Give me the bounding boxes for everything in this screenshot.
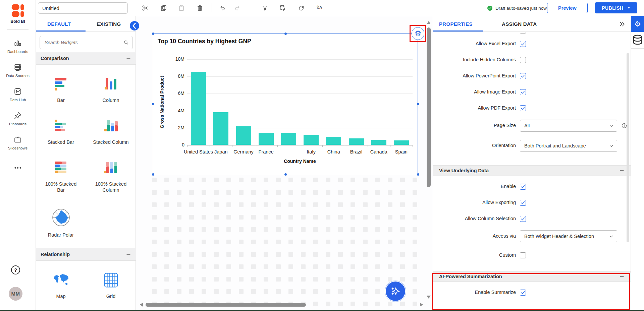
chart-bar[interactable]: [394, 140, 409, 145]
grid-dot: [276, 215, 281, 220]
canvas-vertical-scrollbar[interactable]: [427, 27, 431, 187]
widget-item-100-stacked-bar[interactable]: 100% Stacked Bar: [41, 160, 82, 193]
selection-handle[interactable]: [152, 173, 154, 176]
cut-icon[interactable]: [139, 2, 151, 14]
filter-icon[interactable]: [259, 2, 271, 14]
minus-icon[interactable]: [126, 252, 131, 257]
sidebar-item-slideshows[interactable]: Slideshows: [8, 135, 28, 150]
checkbox-allow-column-selection[interactable]: [520, 216, 526, 222]
chart-bar[interactable]: [281, 133, 296, 145]
tab-default[interactable]: DEFAULT: [47, 16, 71, 32]
panel-collapse-button[interactable]: [130, 21, 139, 30]
ai-assistant-button[interactable]: [386, 282, 405, 301]
sidebar-item-dashboards[interactable]: Dashboards: [7, 39, 28, 54]
minus-icon[interactable]: [619, 168, 625, 173]
checkbox-custom[interactable]: [520, 252, 526, 258]
publish-button[interactable]: PUBLISH: [595, 2, 637, 13]
translate-icon[interactable]: ẋA: [314, 2, 326, 14]
chart-bar[interactable]: [236, 126, 251, 145]
clear-filter-icon[interactable]: [277, 2, 289, 14]
scroll-up-arrow[interactable]: [427, 21, 431, 24]
chart-bar[interactable]: [326, 137, 341, 145]
chart-bar[interactable]: [259, 133, 274, 145]
search-input[interactable]: [44, 40, 123, 46]
checkbox-allow-excel-export[interactable]: [520, 41, 526, 47]
design-canvas[interactable]: Top 10 Countries by Highest GNP Gross Na…: [136, 16, 433, 311]
chevron-down-icon: [609, 234, 613, 239]
selection-handle[interactable]: [152, 33, 154, 35]
checkbox-enable[interactable]: [520, 184, 526, 190]
checkbox-allow-pdf-export[interactable]: [520, 105, 526, 111]
chart-bar[interactable]: [191, 72, 206, 145]
widget-item-bar[interactable]: Bar: [41, 76, 82, 103]
tab-properties[interactable]: PROPERTIES: [439, 16, 473, 32]
double-chevron-right-icon[interactable]: [619, 20, 626, 28]
strip-database-icon[interactable]: [631, 32, 644, 49]
widget-item-column[interactable]: Column: [91, 76, 131, 103]
widget-sections: ComparisonBarColumnStacked BarStacked Co…: [36, 52, 136, 311]
widget-item-100-stacked-column[interactable]: 100% Stacked Column: [91, 160, 131, 193]
grid-dot: [264, 264, 268, 269]
grid-dot: [189, 215, 194, 220]
section-header-ai-powered-summarization: AI-Powered Summarization: [433, 271, 631, 282]
chart-widget[interactable]: Top 10 Countries by Highest GNP Gross Na…: [153, 34, 418, 174]
copy-icon[interactable]: [158, 2, 170, 14]
minus-icon[interactable]: [619, 274, 625, 279]
widget-item-stacked-column[interactable]: Stacked Column: [91, 118, 131, 145]
sidebar-item-more[interactable]: [13, 164, 22, 172]
translate-icon: ẋA: [317, 4, 324, 12]
tab-assign-data[interactable]: ASSIGN DATA: [502, 16, 537, 32]
chart-bar[interactable]: [304, 135, 319, 145]
selection-handle[interactable]: [284, 173, 287, 176]
redo-icon[interactable]: [231, 2, 244, 14]
sidebar-item-data-hub[interactable]: Data Hub: [10, 87, 26, 102]
dropdown-orientation[interactable]: Both Portrait and Landscape: [520, 140, 617, 152]
scroll-down-arrow[interactable]: [427, 296, 431, 299]
selection-handle[interactable]: [284, 33, 287, 35]
canvas-horizontal-scrollbar[interactable]: [146, 303, 306, 307]
scroll-right-arrow[interactable]: [420, 303, 423, 307]
dropdown-access-via[interactable]: Both Widget Header & Selection: [520, 230, 617, 242]
widget-item-stacked-bar[interactable]: Stacked Bar: [41, 118, 82, 145]
scroll-left-arrow[interactable]: [140, 303, 143, 307]
selection-handle[interactable]: [417, 103, 419, 105]
selection-handle[interactable]: [417, 173, 419, 176]
minus-icon[interactable]: [126, 56, 131, 61]
grid-dot: [351, 178, 355, 182]
preview-button[interactable]: Preview: [547, 3, 588, 13]
checkbox-include-hidden-columns[interactable]: [520, 57, 526, 63]
data-sources-icon: [13, 63, 22, 72]
undo-icon[interactable]: [216, 2, 228, 14]
paste-icon[interactable]: [175, 2, 187, 14]
help-button[interactable]: ?: [11, 265, 20, 274]
brand-name: Bold BI: [0, 19, 36, 24]
grid-dot: [251, 202, 256, 207]
checkbox-enable-summarize[interactable]: [520, 290, 526, 296]
refresh-icon[interactable]: [295, 2, 307, 14]
chart-bar[interactable]: [349, 138, 364, 145]
widget-item-grid[interactable]: Grid: [91, 272, 131, 299]
checkbox-allow-powerpoint-export[interactable]: [520, 73, 526, 79]
widget-item-map[interactable]: Map: [41, 272, 82, 299]
avatar[interactable]: MM: [9, 287, 22, 301]
bold-bi-logo-icon[interactable]: [10, 3, 25, 18]
bold-bi-designer: Bold BI DashboardsData SourcesData HubPi…: [0, 0, 644, 311]
sidebar-item-data-sources[interactable]: Data Sources: [6, 63, 30, 78]
widget-item-radar-polar[interactable]: Radar Polar: [41, 208, 82, 238]
selection-handle[interactable]: [152, 103, 154, 105]
checkbox-allow-exporting[interactable]: [520, 200, 526, 206]
checkbox-allow-image-export[interactable]: [520, 89, 526, 95]
sidebar-item-pinboards[interactable]: Pinboards: [9, 111, 26, 126]
chart-bar[interactable]: [213, 112, 228, 145]
widget-settings-gear-icon[interactable]: ⚙: [412, 27, 424, 40]
delete-icon[interactable]: [194, 2, 206, 14]
grid-dot: [375, 190, 380, 195]
check-circle-icon: [487, 5, 493, 11]
panel-scrollbar[interactable]: [627, 53, 629, 242]
strip-gear-icon[interactable]: ⚙: [631, 16, 644, 32]
dropdown-page-size[interactable]: All: [520, 120, 617, 132]
dashboard-title-input[interactable]: [38, 2, 128, 14]
grid-dot: [301, 227, 306, 232]
tab-existing[interactable]: EXISTING: [97, 16, 121, 32]
chart-bar[interactable]: [371, 140, 386, 145]
